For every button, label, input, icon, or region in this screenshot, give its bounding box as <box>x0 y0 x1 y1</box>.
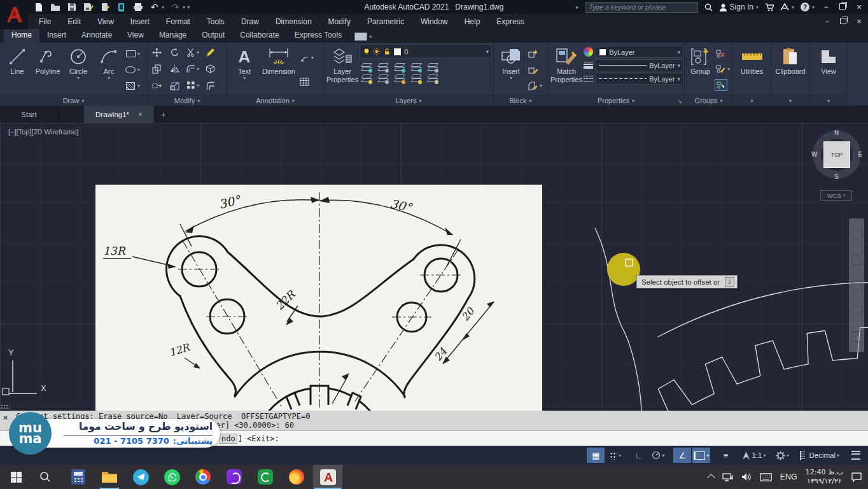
viewcube[interactable]: N S W E TOP <box>813 131 861 179</box>
ungroup-icon[interactable] <box>715 48 726 59</box>
table-icon[interactable] <box>298 76 310 87</box>
utilities-button[interactable]: Utilities <box>736 45 768 95</box>
zoom-icon[interactable] <box>851 280 862 290</box>
match-properties-button[interactable]: Match Properties <box>550 45 582 95</box>
layer-isolate-icon[interactable] <box>361 62 372 72</box>
menu-insert[interactable]: Insert <box>122 17 158 26</box>
save-as-icon[interactable] <box>83 2 94 13</box>
close-button[interactable]: × <box>854 2 864 12</box>
snap-mode-toggle[interactable]: ▾ <box>606 448 624 463</box>
line-button[interactable]: Line <box>3 45 32 95</box>
properties-dialog-launcher[interactable]: ↘ <box>677 98 682 104</box>
lineweight-toggle[interactable]: ≡ <box>717 448 734 463</box>
lineweight-dropdown[interactable]: ByLayer▾ <box>596 59 683 71</box>
menu-edit[interactable]: Edit <box>59 17 89 26</box>
clipboard-button[interactable]: Clipboard <box>774 45 807 95</box>
units-control[interactable]: Decimal▾ <box>799 448 841 463</box>
isodraft-toggle[interactable]: ∠ <box>673 448 691 463</box>
taskbar-search-button[interactable] <box>31 465 60 489</box>
rectangle-dropdown-icon[interactable]: ▾ <box>137 51 140 57</box>
sync-icon[interactable] <box>116 2 127 13</box>
fillet-icon[interactable] <box>185 64 197 74</box>
tab-start[interactable]: Start <box>0 106 59 123</box>
new-file-icon[interactable] <box>33 2 44 13</box>
menu-parametric[interactable]: Parametric <box>359 17 412 26</box>
mirror-icon[interactable] <box>169 64 180 74</box>
pan-icon[interactable] <box>851 254 862 265</box>
tab-collaborate[interactable]: Collaborate <box>232 29 286 43</box>
layer-unlock-icon[interactable] <box>410 74 421 83</box>
ellipse-dropdown-icon[interactable]: ▾ <box>137 67 140 73</box>
language-indicator[interactable]: ENG <box>780 472 797 481</box>
menu-draw[interactable]: Draw <box>233 17 267 26</box>
plot-preview-icon[interactable] <box>99 2 110 13</box>
properties-panel-footer[interactable]: Properties▾↘ <box>548 95 684 106</box>
command-option-chip[interactable]: ndo <box>220 434 237 444</box>
hatch-icon[interactable] <box>125 80 136 91</box>
doc-close-button[interactable]: × <box>854 17 864 26</box>
autocad-logo[interactable] <box>0 0 28 29</box>
viewcube-east[interactable]: E <box>858 151 862 158</box>
new-drawing-tab-button[interactable]: + <box>155 106 172 123</box>
app-whatsapp[interactable] <box>157 465 186 489</box>
clock[interactable]: 12:40 ب.ظ ۱۳۹۹/۱۲/۲۶ <box>806 468 843 486</box>
layer-match-icon[interactable] <box>377 74 388 83</box>
redo-dropdown-icon[interactable]: ▾ <box>183 4 185 10</box>
trim-dropdown-icon[interactable]: ▾ <box>197 50 199 55</box>
restore-button[interactable] <box>837 3 848 11</box>
doc-restore-button[interactable] <box>838 17 848 26</box>
dynamic-input-toggle[interactable]: ▾ <box>692 448 710 463</box>
undo-dropdown-icon[interactable]: ▾ <box>162 4 164 10</box>
leader-icon[interactable] <box>298 52 310 63</box>
layer-thaw-icon[interactable] <box>394 74 405 83</box>
network-icon[interactable] <box>722 472 733 481</box>
touch-keyboard-icon[interactable] <box>760 473 772 481</box>
insert-button[interactable]: Insert ▾ <box>496 45 526 95</box>
app-telegram[interactable] <box>126 465 155 489</box>
layer-lock-tool-icon[interactable] <box>410 62 421 72</box>
menu-view[interactable]: View <box>89 17 122 26</box>
utilities-panel-footer[interactable]: ▾ <box>733 95 771 106</box>
menu-modify[interactable]: Modify <box>320 17 359 26</box>
sign-in-button[interactable]: Sign In ▾ <box>719 3 759 11</box>
group-button[interactable]: Group <box>687 45 713 95</box>
insert-dropdown-icon[interactable]: ▾ <box>510 76 512 80</box>
arc-button[interactable]: Arc ▾ <box>94 45 123 95</box>
clipboard-panel-footer[interactable]: ▾ <box>771 95 809 106</box>
text-dropdown-icon[interactable]: ▾ <box>243 76 246 80</box>
menu-window[interactable]: Window <box>412 17 456 26</box>
group-edit-icon[interactable] <box>715 64 726 74</box>
view-panel-footer[interactable]: ▾ <box>810 95 847 106</box>
tab-home[interactable]: Home <box>4 29 39 43</box>
help-icon[interactable]: ?▾ <box>801 3 815 11</box>
annotation-scale-control[interactable]: 1:1▾ <box>741 448 767 463</box>
layers-panel-footer[interactable]: Layers▾ <box>324 95 493 106</box>
edit-block-icon[interactable] <box>527 64 538 75</box>
action-center-icon[interactable] <box>851 472 862 482</box>
tab-insert[interactable]: Insert <box>39 29 74 43</box>
circle-button[interactable]: Circle ▾ <box>64 45 93 95</box>
view-button[interactable]: View <box>813 45 844 95</box>
qat-menu-icon[interactable]: ▾ <box>187 4 190 10</box>
open-folder-icon[interactable] <box>50 2 60 13</box>
viewport-controls-label[interactable]: [−][Top][2D Wireframe] <box>8 128 78 136</box>
grid-toggle[interactable]: ▦ <box>587 448 605 463</box>
tab-express-tools[interactable]: Express Tools <box>287 29 349 43</box>
full-navigation-wheel-icon[interactable] <box>851 229 862 239</box>
infocenter-arrow-icon[interactable]: ▸ <box>576 4 579 10</box>
layer-freeze-tool-icon[interactable] <box>394 62 405 72</box>
cart-icon[interactable] <box>765 3 774 11</box>
linetype-dropdown[interactable]: ByLayer▾ <box>596 73 683 85</box>
doc-minimize-button[interactable]: − <box>822 17 832 26</box>
layer-properties-button[interactable]: Layer Properties <box>326 45 358 95</box>
wcs-menu[interactable]: WCS▾ <box>820 190 852 201</box>
autodesk-app-icon[interactable]: ▾ <box>780 3 794 11</box>
group-edit-dropdown-icon[interactable]: ▾ <box>727 66 730 72</box>
trim-icon[interactable] <box>185 47 197 58</box>
explode-icon[interactable] <box>204 64 216 74</box>
rotate-icon[interactable] <box>169 47 180 58</box>
circle-dropdown-icon[interactable]: ▾ <box>77 76 80 80</box>
tab-close-icon[interactable]: × <box>138 110 143 119</box>
move-icon[interactable] <box>151 47 162 58</box>
tab-drawing1[interactable]: Drawing1* × <box>84 106 155 123</box>
